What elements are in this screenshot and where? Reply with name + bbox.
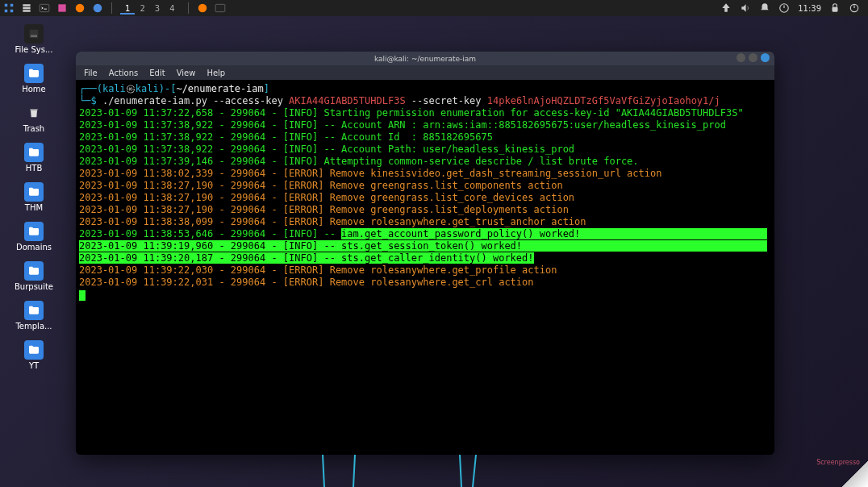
desktop-icons: File Sys...HomeTrashHTBTHMDomainsBurpsui… bbox=[10, 24, 58, 370]
terminal-line: 2023-01-09 11:38:27,190 - 299064 - [ERRO… bbox=[79, 204, 771, 216]
desktop-icon-label: File Sys... bbox=[15, 45, 53, 54]
terminal-line: 2023-01-09 11:37:38,922 - 299064 - [INFO… bbox=[79, 119, 771, 131]
clock[interactable]: 11:39 bbox=[798, 4, 821, 13]
folder-icon bbox=[24, 340, 44, 360]
menu-help[interactable]: Help bbox=[207, 69, 225, 77]
folder-icon bbox=[24, 301, 44, 320]
terminal-window: kali@kali: ~/enumerate-iam FileActionsEd… bbox=[76, 52, 774, 455]
terminal-line: 2023-01-09 11:38:38,099 - 299064 - [ERRO… bbox=[79, 216, 771, 228]
svg-rect-9 bbox=[31, 35, 37, 37]
terminal-icon[interactable] bbox=[39, 2, 50, 14]
desktop-icon-domains[interactable]: Domains bbox=[10, 222, 58, 252]
desktop-icon-trash[interactable]: Trash bbox=[10, 103, 58, 133]
browser-icon[interactable] bbox=[92, 2, 103, 14]
desktop-icon-label: Trash bbox=[23, 124, 44, 133]
app-menu-icon[interactable] bbox=[3, 2, 15, 14]
folder-icon bbox=[24, 64, 44, 83]
menu-view[interactable]: View bbox=[177, 69, 196, 77]
window-controls bbox=[737, 53, 770, 62]
folder-icon bbox=[24, 261, 44, 281]
disk-icon bbox=[24, 24, 44, 44]
separator bbox=[188, 2, 189, 14]
tray-icon[interactable] bbox=[720, 2, 732, 14]
desktop-icon-label: YT bbox=[29, 361, 39, 370]
power-icon[interactable] bbox=[778, 2, 790, 14]
svg-rect-6 bbox=[833, 7, 838, 12]
terminal-line: 2023-01-09 11:38:53,646 - 299064 - [INFO… bbox=[79, 228, 771, 240]
terminal-line: 2023-01-09 11:37:22,658 - 299064 - [INFO… bbox=[79, 107, 771, 119]
window-title: kali@kali: ~/enumerate-iam bbox=[374, 55, 476, 63]
desktop-icon-home[interactable]: Home bbox=[10, 64, 58, 94]
folder-icon bbox=[24, 222, 44, 241]
menu-file[interactable]: File bbox=[84, 69, 98, 77]
taskbar-left: 1234 bbox=[3, 2, 226, 14]
terminal-line: 2023-01-09 11:39:22,030 - 299064 - [ERRO… bbox=[79, 264, 771, 277]
desktop-icon-label: Domains bbox=[16, 243, 52, 252]
workspace-3[interactable]: 3 bbox=[150, 4, 165, 13]
terminal-cursor bbox=[79, 290, 86, 301]
terminal-line: 2023-01-09 11:37:38,922 - 299064 - [INFO… bbox=[79, 144, 771, 156]
desktop-icon-yt[interactable]: YT bbox=[10, 340, 58, 370]
folder-icon bbox=[24, 182, 44, 202]
wallpaper-decoration bbox=[0, 455, 868, 487]
svg-rect-10 bbox=[30, 109, 37, 110]
svg-point-1 bbox=[76, 4, 85, 13]
workspace-switcher: 1234 bbox=[120, 4, 180, 13]
folder-icon bbox=[24, 143, 44, 162]
terminal-line: 2023-01-09 11:38:27,190 - 299064 - [ERRO… bbox=[79, 180, 771, 192]
volume-icon[interactable] bbox=[740, 2, 751, 14]
page-curl-icon bbox=[836, 455, 868, 487]
workspace-4[interactable]: 4 bbox=[165, 4, 179, 13]
desktop-icon-htb[interactable]: HTB bbox=[10, 143, 58, 173]
terminal-line: 2023-01-09 11:39:20,187 - 299064 - [INFO… bbox=[79, 252, 771, 264]
files-icon[interactable] bbox=[21, 2, 32, 14]
desktop-icon-label: Burpsuite bbox=[15, 282, 53, 291]
lock-icon[interactable] bbox=[829, 2, 841, 14]
svg-rect-4 bbox=[215, 4, 225, 11]
desktop-icon-label: HTB bbox=[26, 164, 43, 173]
firefox-task-icon[interactable] bbox=[197, 2, 208, 14]
shutdown-icon[interactable] bbox=[849, 2, 860, 14]
terminal-line: 2023-01-09 11:37:39,146 - 299064 - [INFO… bbox=[79, 156, 771, 168]
desktop-icon-label: Templa... bbox=[15, 322, 52, 331]
menu-actions[interactable]: Actions bbox=[109, 69, 139, 77]
editor-icon[interactable] bbox=[56, 2, 68, 14]
menu-edit[interactable]: Edit bbox=[149, 69, 165, 77]
terminal-task-icon[interactable] bbox=[215, 2, 226, 14]
trash-icon bbox=[24, 103, 44, 123]
window-titlebar[interactable]: kali@kali: ~/enumerate-iam bbox=[76, 52, 774, 65]
taskbar-right: 11:39 bbox=[720, 2, 865, 14]
desktop-icon-thm[interactable]: THM bbox=[10, 182, 58, 212]
terminal-line: 2023-01-09 11:37:38,922 - 299064 - [INFO… bbox=[79, 131, 771, 144]
terminal-line: 2023-01-09 11:39:22,031 - 299064 - [ERRO… bbox=[79, 277, 771, 289]
notification-icon[interactable] bbox=[759, 2, 770, 14]
svg-point-2 bbox=[94, 4, 102, 13]
svg-point-3 bbox=[198, 4, 207, 13]
maximize-button[interactable] bbox=[749, 53, 757, 62]
terminal-body[interactable]: ┌──(kali㉿kali)-[~/enumerate-iam]└─$ ./en… bbox=[76, 80, 774, 455]
terminal-line: 2023-01-09 11:39:19,960 - 299064 - [INFO… bbox=[79, 240, 771, 252]
separator bbox=[111, 2, 112, 14]
desktop-icon-file-sys-[interactable]: File Sys... bbox=[10, 24, 58, 54]
taskbar: 1234 11:39 bbox=[0, 0, 868, 16]
desktop-icon-burpsuite[interactable]: Burpsuite bbox=[10, 261, 58, 291]
desktop-icon-label: THM bbox=[25, 203, 43, 212]
svg-rect-0 bbox=[40, 4, 49, 11]
firefox-icon[interactable] bbox=[74, 2, 86, 14]
workspace-2[interactable]: 2 bbox=[135, 4, 149, 13]
workspace-1[interactable]: 1 bbox=[120, 4, 135, 15]
terminal-line: 2023-01-09 11:38:02,339 - 299064 - [ERRO… bbox=[79, 168, 771, 180]
terminal-line: 2023-01-09 11:38:27,190 - 299064 - [ERRO… bbox=[79, 192, 771, 204]
desktop-icon-label: Home bbox=[22, 85, 46, 94]
desktop-icon-templa-[interactable]: Templa... bbox=[10, 301, 58, 331]
close-button[interactable] bbox=[761, 53, 770, 62]
minimize-button[interactable] bbox=[737, 53, 745, 62]
terminal-menubar: FileActionsEditViewHelp bbox=[76, 65, 774, 80]
